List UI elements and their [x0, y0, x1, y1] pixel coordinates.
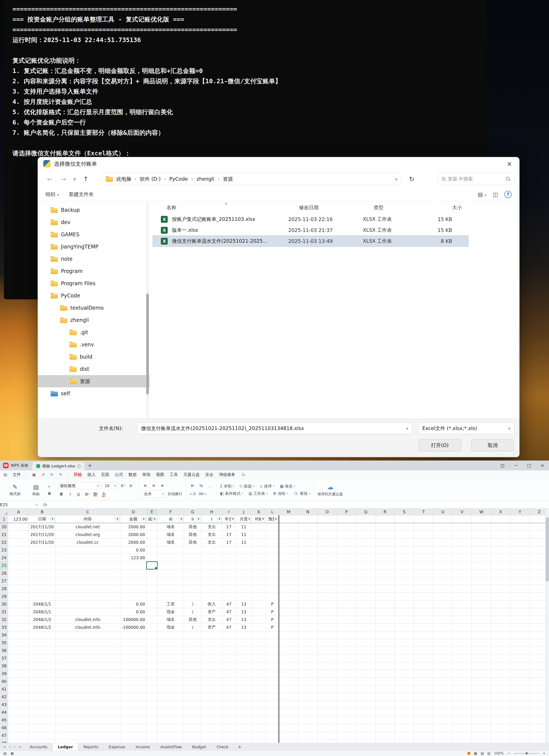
file-row[interactable]: X 版本一.xlsx 2025-11-03 21:37 XLSX 工作表 15 …	[153, 225, 468, 236]
cell-Q22[interactable]	[356, 538, 375, 546]
cell-Y40[interactable]	[510, 677, 529, 685]
cell-N38[interactable]	[298, 662, 317, 670]
cell-T28[interactable]	[414, 585, 433, 592]
cell-C30[interactable]	[55, 600, 120, 608]
cell-D48[interactable]	[120, 739, 147, 743]
cell-F20[interactable]: 域名	[158, 523, 184, 531]
column-header-D[interactable]: D	[120, 509, 147, 515]
cell-M47[interactable]	[279, 732, 298, 739]
cell-N36[interactable]	[298, 647, 317, 654]
cell-S43[interactable]	[394, 701, 414, 708]
row-header-33[interactable]: 33	[0, 623, 8, 631]
cell-L30[interactable]: P	[266, 600, 279, 608]
cell-H32[interactable]: 支出	[201, 616, 222, 623]
cell-F1[interactable]: III▼	[158, 515, 184, 523]
cell-I29[interactable]	[222, 592, 236, 600]
cell-V29[interactable]	[452, 592, 472, 600]
cell-L39[interactable]	[266, 670, 279, 677]
cell-A36[interactable]	[8, 647, 29, 654]
percent-format-button[interactable]: %	[198, 483, 204, 489]
tree-item-self[interactable]: self	[38, 387, 150, 400]
column-header-G[interactable]: G	[184, 509, 201, 515]
cell-T37[interactable]	[414, 654, 433, 662]
cell-X33[interactable]	[491, 623, 510, 631]
cell-X38[interactable]	[491, 662, 510, 670]
font-color-button[interactable]: A▾	[101, 491, 108, 497]
cell-D25[interactable]	[120, 562, 147, 569]
cell-Q30[interactable]	[356, 600, 375, 608]
cell-X35[interactable]	[491, 639, 510, 647]
decrease-decimal-button[interactable]: ←.0	[189, 491, 196, 497]
cell-E36[interactable]	[147, 647, 158, 654]
up-button[interactable]: ↑	[79, 173, 93, 185]
cell-Y43[interactable]	[510, 701, 529, 708]
cell-C25[interactable]	[55, 562, 120, 569]
cell-H30[interactable]: 收入	[201, 600, 222, 608]
cell-I27[interactable]	[222, 577, 236, 585]
cell-X23[interactable]	[491, 546, 510, 554]
format-painter-button[interactable]: ✎ 格式刷	[6, 483, 24, 496]
cell-O27[interactable]	[317, 577, 337, 585]
align-center-icon[interactable]: ≡	[151, 482, 157, 489]
new-folder-button[interactable]: 新建文件夹	[69, 191, 94, 198]
cell-U30[interactable]	[433, 600, 452, 608]
cell-L37[interactable]	[266, 654, 279, 662]
cell-B34[interactable]	[29, 631, 55, 639]
resize-grip[interactable]: ⋰	[513, 451, 517, 456]
cell-Y45[interactable]	[510, 716, 529, 724]
cell-Q20[interactable]	[356, 523, 375, 531]
cell-T48[interactable]	[414, 739, 433, 743]
cell-I25[interactable]	[222, 562, 236, 569]
cell-C26[interactable]	[55, 569, 120, 577]
cell-H34[interactable]	[201, 631, 222, 639]
cell-O22[interactable]	[317, 538, 337, 546]
fill-button[interactable]: ▦填充▾	[280, 484, 295, 489]
zoom-level[interactable]: 100%	[494, 751, 504, 755]
cell-A45[interactable]	[8, 716, 29, 724]
cell-U32[interactable]	[433, 616, 452, 623]
cell-T41[interactable]	[414, 685, 433, 693]
address-dropdown-icon[interactable]: ∨	[395, 177, 398, 181]
cell-P48[interactable]	[337, 739, 356, 743]
cell-P32[interactable]	[337, 616, 356, 623]
cell-J45[interactable]	[236, 716, 252, 724]
cell-C41[interactable]	[55, 685, 120, 693]
cell-B22[interactable]: 2017/11/20	[29, 538, 55, 546]
cell-G23[interactable]	[184, 546, 201, 554]
cell-T1[interactable]	[414, 515, 433, 523]
cell-E43[interactable]	[147, 701, 158, 708]
cell-U26[interactable]	[433, 569, 452, 577]
cell-L31[interactable]: P	[266, 608, 279, 616]
cell-O44[interactable]	[317, 708, 337, 716]
cell-X24[interactable]	[491, 554, 510, 562]
cell-Y23[interactable]	[510, 546, 529, 554]
cell-P21[interactable]	[337, 531, 356, 538]
cell-N39[interactable]	[298, 670, 317, 677]
cell-X48[interactable]	[491, 739, 510, 743]
cell-F36[interactable]	[158, 647, 184, 654]
cell-K22[interactable]	[252, 538, 266, 546]
cell-W23[interactable]	[472, 546, 491, 554]
cell-U28[interactable]	[433, 585, 452, 592]
cell-K1[interactable]: 对账▼	[252, 515, 266, 523]
cell-S23[interactable]	[394, 546, 414, 554]
cell-T45[interactable]	[414, 716, 433, 724]
cell-M31[interactable]	[279, 608, 298, 616]
cell-C43[interactable]	[55, 701, 120, 708]
cell-E26[interactable]	[147, 569, 158, 577]
cell-E48[interactable]	[147, 739, 158, 743]
cell-X44[interactable]	[491, 708, 510, 716]
status-left-icon[interactable]: ▦	[11, 751, 14, 755]
cell-R39[interactable]	[375, 670, 394, 677]
cell-A27[interactable]	[8, 577, 29, 585]
cell-A39[interactable]	[8, 670, 29, 677]
sheet-tab-check[interactable]: Check	[212, 743, 234, 750]
cell-G34[interactable]	[184, 631, 201, 639]
column-header-type[interactable]: 类型	[373, 204, 383, 211]
cell-R35[interactable]	[375, 639, 394, 647]
cell-K46[interactable]	[252, 724, 266, 732]
cell-C33[interactable]: cloudlet.info	[55, 623, 120, 631]
normal-view-icon[interactable]: ▦	[474, 751, 477, 755]
cell-C28[interactable]	[55, 585, 120, 592]
cell-X32[interactable]	[491, 616, 510, 623]
